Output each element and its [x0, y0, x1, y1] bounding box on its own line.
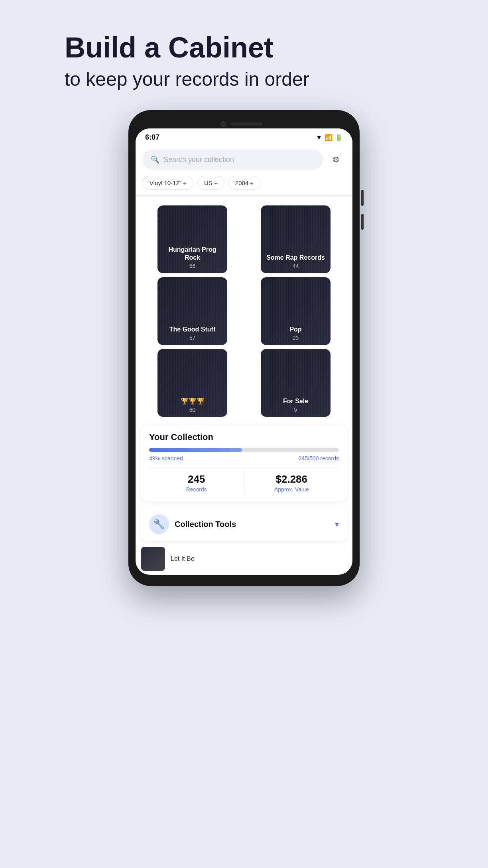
- cabinet-count-2: 57: [161, 335, 223, 341]
- status-icons: ▼ 📶 🔋: [316, 134, 343, 141]
- tools-label: Collection Tools: [175, 520, 236, 529]
- stat-records: 245 Records: [149, 468, 244, 494]
- tools-icon-wrap: 🔧: [149, 514, 169, 534]
- chip-us[interactable]: US +: [197, 176, 224, 190]
- speaker-grill: [231, 122, 263, 126]
- search-placeholder: Search your collection: [163, 156, 234, 164]
- stats-row: 245 Records $2.286 Approx. Value: [149, 467, 339, 494]
- search-container: 🔍 Search your collection ⚙: [136, 145, 352, 174]
- cabinet-trophy[interactable]: 🏆🏆🏆 60: [157, 349, 227, 417]
- cabinet-count-1: 44: [265, 263, 327, 269]
- collection-card: Your Collection 49% scanned 245/500 reco…: [141, 425, 347, 501]
- cabinet-for-sale[interactable]: For Sale 5: [261, 349, 331, 417]
- progress-scanned-label: 49% scanned: [149, 455, 183, 462]
- value-label: Approx. Value: [248, 486, 335, 493]
- tools-left: 🔧 Collection Tools: [149, 514, 236, 534]
- progress-records-label: 245/500 records: [299, 455, 339, 462]
- phone-notch: [136, 121, 352, 127]
- battery-icon: 🔋: [335, 134, 343, 141]
- status-time: 6:07: [145, 133, 159, 142]
- chip-year-label: 2004 +: [235, 180, 254, 186]
- progress-labels: 49% scanned 245/500 records: [149, 455, 339, 462]
- progress-bar-fill: [149, 448, 242, 452]
- wrench-icon: 🔧: [153, 519, 165, 530]
- camera-cutout: [220, 121, 226, 127]
- chip-year[interactable]: 2004 +: [228, 176, 260, 190]
- volume-button-2: [361, 214, 364, 230]
- chip-us-label: US +: [204, 180, 218, 186]
- stat-value: $2.286 Approx. Value: [244, 468, 339, 494]
- collection-value: $2.286: [248, 473, 335, 485]
- cabinet-good-stuff[interactable]: The Good Stuff 57: [157, 277, 227, 345]
- bottom-teaser: Let It Be: [136, 547, 352, 575]
- cabinet-count-5: 5: [265, 406, 327, 413]
- divider: [136, 195, 352, 196]
- records-label: Records: [153, 486, 240, 493]
- album-title: Let It Be: [171, 555, 195, 562]
- filter-button[interactable]: ⚙: [327, 150, 345, 169]
- progress-bar-background: [149, 448, 339, 452]
- cabinet-label-5: For Sale: [265, 397, 327, 406]
- cabinet-label-0: Hungarian Prog Rock: [161, 246, 223, 262]
- records-count: 245: [153, 473, 240, 485]
- filter-icon: ⚙: [333, 155, 340, 164]
- chevron-down-icon: ▾: [335, 519, 339, 529]
- collection-tools-card[interactable]: 🔧 Collection Tools ▾: [141, 507, 347, 541]
- signal-icon: 📶: [325, 134, 333, 141]
- cabinet-count-4: 60: [161, 406, 223, 413]
- wifi-icon: ▼: [316, 134, 322, 141]
- chip-vinyl-label: Vinyl 10-12" +: [150, 180, 187, 186]
- cabinet-label-4: 🏆🏆🏆: [161, 397, 223, 406]
- hero-subtitle: to keep your records in order: [65, 68, 423, 90]
- cabinet-label-3: Pop: [265, 326, 327, 334]
- cabinet-count-3: 23: [265, 335, 327, 341]
- filter-chips: Vinyl 10-12" + US + 2004 +: [136, 174, 352, 195]
- phone-screen: 6:07 ▼ 📶 🔋 🔍 Search your collection ⚙ Vi…: [136, 128, 352, 575]
- chip-vinyl[interactable]: Vinyl 10-12" +: [143, 176, 193, 190]
- collection-title: Your Collection: [149, 432, 339, 442]
- cabinet-grid: Hungarian Prog Rock 56 Some Rap Records …: [136, 201, 352, 425]
- phone-mockup: 6:07 ▼ 📶 🔋 🔍 Search your collection ⚙ Vi…: [128, 110, 360, 586]
- cabinet-hungarian[interactable]: Hungarian Prog Rock 56: [157, 205, 227, 273]
- cabinet-pop[interactable]: Pop 23: [261, 277, 331, 345]
- cabinet-count-0: 56: [161, 263, 223, 269]
- cabinet-rap[interactable]: Some Rap Records 44: [261, 205, 331, 273]
- album-thumbnail: [141, 547, 165, 571]
- search-icon: 🔍: [151, 155, 159, 164]
- status-bar: 6:07 ▼ 📶 🔋: [136, 128, 352, 145]
- cabinet-label-2: The Good Stuff: [161, 326, 223, 334]
- volume-button-1: [361, 190, 364, 206]
- search-bar[interactable]: 🔍 Search your collection: [143, 150, 323, 170]
- cabinet-label-1: Some Rap Records: [265, 254, 327, 262]
- hero-title: Build a Cabinet: [65, 32, 423, 63]
